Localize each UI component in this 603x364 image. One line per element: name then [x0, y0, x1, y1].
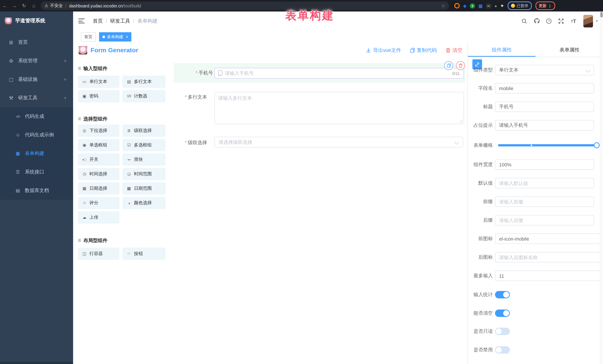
extension-grid-icon[interactable]: ▦	[478, 3, 483, 8]
prefix-icon-input[interactable]	[495, 233, 601, 244]
profile-paused-badge[interactable]: 已暂停	[508, 1, 532, 10]
sidebar-item-codegen[interactable]: </> 代码生成	[0, 107, 73, 126]
field-name-input[interactable]	[495, 83, 594, 93]
github-icon[interactable]	[531, 18, 543, 24]
font-size-icon[interactable]: TT	[567, 18, 580, 23]
component-type-value[interactable]	[495, 65, 594, 75]
palette-item-label: 滑块	[134, 156, 143, 163]
palette-item-counter[interactable]: 123计数器	[122, 90, 165, 102]
sidebar-item-codegen-demo[interactable]: ☺ 代码生成示例	[0, 126, 73, 144]
delete-component-button[interactable]	[456, 61, 465, 70]
prefix-input[interactable]	[495, 197, 594, 207]
palette-item-button[interactable]: ☞按钮	[122, 248, 165, 260]
copy-component-button[interactable]	[444, 61, 453, 70]
kebab-menu-icon[interactable]: ⋮	[548, 3, 552, 8]
avatar[interactable]	[583, 15, 593, 27]
prop-row-clearable: 能否清空	[468, 308, 603, 318]
back-icon[interactable]: ←	[0, 3, 10, 9]
tag-form-builder[interactable]: 表单构建 ×	[99, 32, 132, 41]
form-grid-slider[interactable]	[498, 144, 597, 146]
palette-item-upload[interactable]: ☁上传	[78, 211, 119, 223]
default-value-input[interactable]	[495, 178, 594, 188]
palette-item-password[interactable]: ▣密码	[78, 90, 119, 102]
palette-item-color[interactable]: ◑颜色选择	[122, 197, 165, 209]
input-stat-toggle[interactable]	[495, 291, 510, 298]
extension-y-icon[interactable]: y	[470, 3, 475, 8]
search-icon[interactable]	[518, 18, 531, 24]
sidebar-item-home[interactable]: ⊞ 首页	[0, 33, 73, 52]
extension-puzzle-icon[interactable]: ★	[500, 3, 504, 8]
sidebar-item-infra[interactable]: ▢ 基础设施 ∨	[0, 70, 73, 88]
palette-item-single-text[interactable]: ▭单行文本	[78, 76, 119, 88]
tab-component-props[interactable]: 组件属性	[468, 43, 536, 57]
palette-item-time-range[interactable]: ◶时间范围	[122, 168, 165, 180]
security-label[interactable]: 不安全	[50, 3, 63, 9]
sidebar-item-devtools[interactable]: ⚒ 研发工具 ∧	[0, 88, 73, 107]
cascader-input[interactable]: 请选择级联选择	[214, 137, 463, 147]
textarea-input[interactable]: 请输入多行文本	[214, 92, 464, 124]
fullscreen-icon[interactable]	[555, 18, 567, 24]
breadcrumb-devtools[interactable]: 研发工具	[110, 18, 130, 24]
copy-code-button[interactable]: 复制代码	[410, 47, 437, 54]
sidebar-item-db-doc[interactable]: ▤ 数据库文档	[0, 181, 73, 200]
palette-item-checkbox[interactable]: ☑多选框组	[122, 139, 165, 151]
palette-item-slider[interactable]: ─●─滑块	[122, 154, 165, 166]
maxlength-input[interactable]	[495, 271, 601, 281]
user-menu-caret-icon[interactable]: ▾	[596, 19, 598, 23]
sidebar-item-system[interactable]: ⚙ 系统管理 ∨	[0, 52, 73, 70]
mobile-icon	[218, 70, 222, 76]
palette-item-row[interactable]: ◫行容器	[78, 248, 119, 260]
suffix-input[interactable]	[495, 215, 594, 225]
palette-item-date[interactable]: ▦日期选择	[78, 182, 119, 195]
palette-item-rate[interactable]: ☆评分	[78, 197, 119, 209]
sidebar-item-label: 系统接口	[25, 169, 44, 175]
mobile-input[interactable]: 请输入手机号 0/11	[214, 68, 464, 78]
export-vue-button[interactable]: 导出vue文件	[366, 47, 401, 54]
page-scrollbar[interactable]	[600, 11, 603, 364]
page-scrollbar-thumb[interactable]	[600, 12, 603, 17]
tab-form-props[interactable]: 表单属性	[536, 43, 603, 57]
resize-handle[interactable]	[459, 120, 462, 123]
title-input[interactable]	[495, 101, 594, 112]
extension-leaf-icon[interactable]: ●	[494, 3, 497, 8]
prop-label: 表单栅格	[469, 140, 493, 151]
date-icon: ▦	[82, 186, 87, 191]
close-icon[interactable]: ×	[126, 34, 128, 39]
home-icon[interactable]: ⌂	[29, 3, 39, 9]
palette-item-textarea[interactable]: ▤多行文本	[122, 76, 165, 88]
palette-item-date-range[interactable]: ▩日期范围	[122, 182, 165, 195]
suffix-icon-input[interactable]	[495, 252, 601, 263]
component-type-select[interactable]	[495, 65, 594, 75]
palette-item-cascader[interactable]: ≣级联选择	[122, 124, 165, 137]
readonly-toggle[interactable]	[495, 328, 510, 335]
clearable-toggle[interactable]	[495, 309, 510, 317]
canvas-field-mobile[interactable]: *手机号 请输入手机号 0/11	[174, 63, 465, 83]
slider-handle[interactable]	[594, 142, 600, 148]
palette-item-switch[interactable]: ●◯开关	[78, 154, 119, 166]
sidebar-hscrollbar[interactable]	[0, 362, 73, 364]
app-logo-row[interactable]: 芋道管理系统	[0, 11, 73, 30]
forward-icon[interactable]: →	[10, 3, 19, 9]
palette-item-select[interactable]: ◎下拉选择	[78, 124, 119, 137]
breadcrumb-home[interactable]: 首页	[93, 18, 103, 24]
reload-icon[interactable]: ↻	[19, 3, 29, 9]
palette-item-time[interactable]: ◷时间选择	[78, 168, 119, 180]
url-bar[interactable]: ⚠ 不安全 dashboard.yudao.iocoder.cn /tool/b…	[41, 1, 449, 10]
clear-button[interactable]: 清空	[446, 47, 462, 54]
palette-item-radio[interactable]: ◉单选框组	[78, 139, 119, 151]
disabled-toggle[interactable]	[495, 346, 510, 354]
collapse-sidebar-icon[interactable]	[78, 19, 85, 23]
extension-on-icon[interactable]: on	[486, 3, 491, 8]
extension-gem-icon[interactable]: ◆	[463, 3, 466, 8]
sidebar-item-api[interactable]: ☰ 系统接口	[0, 163, 73, 181]
sidebar-item-form-builder[interactable]: ▦ 表单构建	[0, 144, 73, 163]
component-width-input[interactable]	[495, 159, 594, 170]
extension-orange-icon[interactable]	[454, 3, 460, 9]
tag-home[interactable]: 首页	[81, 32, 96, 41]
field-label: *手机号	[174, 63, 213, 83]
chrome-update-button[interactable]: 更新 ⋮	[535, 1, 555, 10]
placeholder-input[interactable]	[495, 120, 594, 131]
help-icon[interactable]: ?	[543, 18, 555, 24]
bookmark-star-icon[interactable]: ☆	[441, 3, 445, 8]
breadcrumb: 首页 / 研发工具 / 表单构建	[93, 18, 158, 24]
